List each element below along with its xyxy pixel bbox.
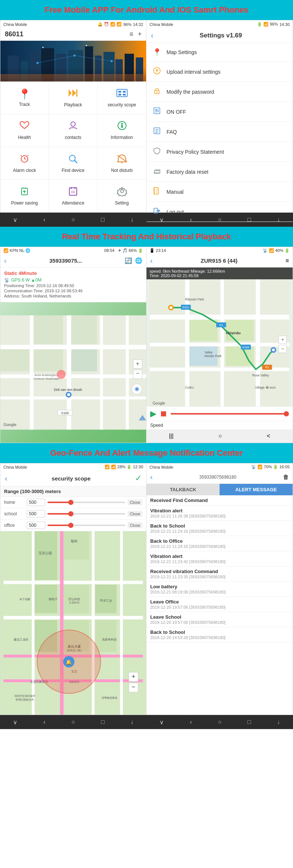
nav-square-2[interactable]: □ <box>247 216 251 223</box>
bottom-nav-down-1[interactable]: ↓ <box>131 719 134 725</box>
stop-button[interactable]: ⏹ <box>159 409 168 419</box>
fence-row-home[interactable]: home Close <box>0 497 146 508</box>
bottom-nav-back-1[interactable]: ‹ <box>43 719 45 725</box>
fence-input-school[interactable] <box>27 510 45 518</box>
fence-row-school[interactable]: school Close <box>0 508 146 520</box>
fence-close-school[interactable]: Close <box>128 511 142 517</box>
settings-manual[interactable]: Manual <box>146 182 293 202</box>
settings-map[interactable]: 📍 Map Settings <box>146 43 293 62</box>
tab-alert-message[interactable]: ALERT MESSAGE <box>220 484 293 495</box>
globe-icon[interactable]: 🌐 <box>135 257 142 264</box>
power-label: Power saving <box>11 200 38 206</box>
alert-item: Back to School 2019-12-21 11:24:16 [3593… <box>146 521 293 536</box>
nav-back-1[interactable]: ‹ <box>43 216 45 223</box>
map-back-btn[interactable]: ‹ <box>4 256 7 265</box>
bottom-nav-back-2[interactable]: ‹ <box>190 719 192 725</box>
menu-item-setting[interactable]: Setting <box>98 180 146 212</box>
phone-left: China Mobile 🔔 ⏰ 📶 📶 96% 14:32 86011 ≡ + <box>0 20 146 213</box>
menu-item-alarm[interactable]: Alarm clock <box>0 147 49 180</box>
nav-back-right[interactable]: < <box>267 433 270 439</box>
nav-chevron-1[interactable]: ∨ <box>13 216 17 223</box>
information-label: Information <box>111 135 133 140</box>
svg-rect-28 <box>121 125 123 128</box>
bottom-nav-home-1[interactable]: ○ <box>71 719 75 725</box>
map-view-left[interactable]: Auris Audiologisch Centrum Rotterdam Dir… <box>0 302 146 443</box>
speed-slider-container[interactable] <box>171 413 289 415</box>
fence-slider-office[interactable] <box>47 525 125 526</box>
fence-close-home[interactable]: Close <box>128 499 142 505</box>
menu-item-health[interactable]: Health <box>0 114 49 147</box>
svg-rect-1 <box>8 56 19 82</box>
svg-text:Valea: Valea <box>205 350 213 354</box>
nav-square-1[interactable]: □ <box>101 216 105 223</box>
nav-down-1[interactable]: ↓ <box>131 216 134 223</box>
fence-close-office[interactable]: Close <box>128 522 142 528</box>
nav-menu-right[interactable]: ||| <box>169 433 173 439</box>
trash-icon[interactable]: 🗑 <box>283 474 289 480</box>
settings-privacy[interactable]: Privacy Policy Statement <box>146 142 293 162</box>
carrier-left: China Mobile <box>3 22 27 27</box>
bottom-nav-chevron-2[interactable]: ∨ <box>159 719 164 726</box>
nav-chevron-2[interactable]: ∨ <box>159 216 164 223</box>
add-icon[interactable]: + <box>138 30 142 38</box>
list-icon[interactable]: ≡ <box>129 30 134 38</box>
refresh-icon[interactable]: 🔄 <box>125 257 132 264</box>
map-back-btn-right[interactable]: ‹ <box>150 256 153 265</box>
route-map[interactable]: ES81 R1 ES84 R2 Rășcani Park Chișinău Va… <box>146 279 293 406</box>
geo-back-btn[interactable]: ‹ <box>5 474 7 483</box>
menu-item-power-saving[interactable]: Power saving <box>0 180 49 212</box>
nav-home-1[interactable]: ○ <box>71 216 75 223</box>
map-header-icons[interactable]: 🔄 🌐 <box>125 257 142 264</box>
menu-item-find-device[interactable]: Find device <box>49 147 98 180</box>
svg-text:+: + <box>281 337 284 342</box>
back-button[interactable]: ‹ <box>151 31 154 40</box>
nav-home-right[interactable]: ○ <box>218 433 222 439</box>
menu-item-contacts[interactable]: contacts <box>49 114 98 147</box>
play-button[interactable]: ▶ <box>150 409 157 419</box>
menu-item-track[interactable]: 📍 Track <box>0 82 49 114</box>
fence-slider-school[interactable] <box>47 513 125 515</box>
menu-icon-right[interactable]: ≡ <box>286 257 289 264</box>
bottom-nav-home-2[interactable]: ○ <box>218 719 221 725</box>
geo-check-icon[interactable]: ✓ <box>135 473 142 483</box>
svg-rect-23 <box>123 91 126 93</box>
fence-slider-home[interactable] <box>47 502 125 503</box>
svg-rect-144 <box>34 531 57 580</box>
geo-map-view[interactable]: 宝安公园 顺和 瑞电子 百弘科技 金威啤酒 甲岸工业 岭下花圃 建达工业区 凌云… <box>0 531 146 715</box>
menu-item-not-disturb[interactable]: Not disturb <box>98 147 146 180</box>
svg-rect-9 <box>103 52 115 82</box>
settings-upload[interactable]: Upload interval settings <box>146 62 293 82</box>
menu-item-information[interactable]: Information <box>98 114 146 147</box>
menu-item-playback[interactable]: Playback <box>49 82 98 114</box>
settings-faq[interactable]: FAQ <box>146 122 293 142</box>
setting-label: Setting <box>115 200 129 206</box>
nav-back-2[interactable]: ‹ <box>190 216 192 223</box>
fence-input-office[interactable] <box>27 522 45 529</box>
faq-icon <box>152 127 161 137</box>
bottom-nav-chevron-1[interactable]: ∨ <box>13 719 17 726</box>
svg-rect-74 <box>30 315 34 429</box>
playback-icon <box>67 88 79 101</box>
nav-down-2[interactable]: ↓ <box>277 216 280 223</box>
nav-home-2[interactable]: ○ <box>218 216 221 223</box>
route-svg: ES81 R1 ES84 R2 Rășcani Park Chișinău Va… <box>146 279 293 406</box>
bottom-nav-square-2[interactable]: □ <box>247 719 251 725</box>
settings-onoff[interactable]: ON OFF <box>146 102 293 122</box>
bottom-nav-down-2[interactable]: ↓ <box>277 719 280 725</box>
header-icons[interactable]: ≡ + <box>129 30 142 38</box>
alert-time: 2019-12-21 11:26:38 [359339075698180] <box>150 514 289 518</box>
fence-row-office[interactable]: office Close <box>0 520 146 531</box>
svg-rect-22 <box>118 91 121 93</box>
fence-input-home[interactable] <box>27 499 45 506</box>
svg-point-13 <box>42 47 44 48</box>
alert-msg: Vibration alert <box>150 553 289 559</box>
tab-talkback[interactable]: TALKBACK <box>146 484 220 495</box>
menu-item-attendance[interactable]: Attendance <box>49 180 98 212</box>
bottom-nav-square-1[interactable]: □ <box>101 719 105 725</box>
settings-factory[interactable]: Factory data reset <box>146 162 293 182</box>
settings-list: 📍 Map Settings Upload interval settings … <box>146 43 293 222</box>
menu-item-security-scope[interactable]: security scope <box>98 82 146 114</box>
svg-rect-76 <box>100 315 103 429</box>
alert-back-btn[interactable]: ‹ <box>150 473 153 481</box>
settings-password[interactable]: Modify the password <box>146 82 293 102</box>
